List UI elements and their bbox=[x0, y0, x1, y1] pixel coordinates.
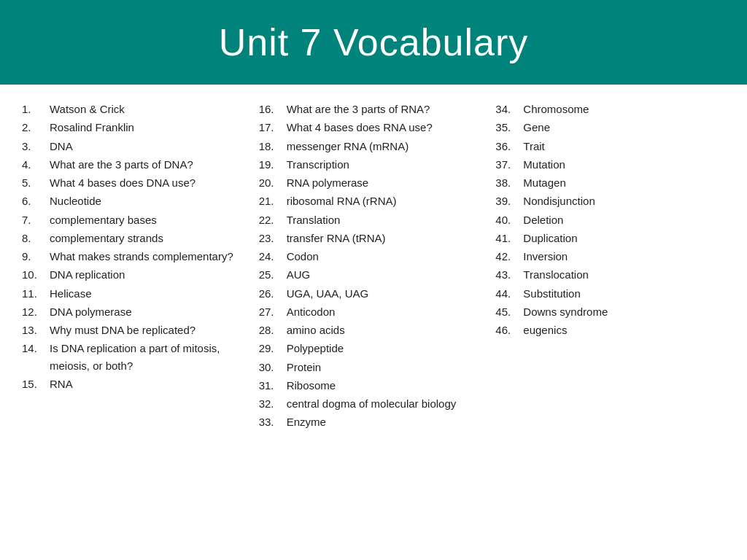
item-number: 19. bbox=[259, 156, 287, 173]
item-label: Chromosome bbox=[523, 101, 589, 117]
item-number: 34. bbox=[495, 101, 523, 117]
list-item: 16.What are the 3 parts of RNA? bbox=[259, 101, 489, 117]
item-number: 25. bbox=[259, 266, 287, 283]
item-number: 2. bbox=[22, 119, 50, 136]
item-number: 21. bbox=[259, 192, 287, 209]
item-label: Mutagen bbox=[523, 174, 565, 191]
item-number: 28. bbox=[259, 322, 287, 338]
item-label: Watson & Crick bbox=[50, 101, 125, 117]
list-item: 31.Ribosome bbox=[259, 377, 489, 394]
column-1: 1.Watson & Crick2.Rosalind Franklin3.DNA… bbox=[22, 101, 252, 432]
item-label: DNA bbox=[50, 138, 73, 155]
item-label: What makes strands complementary? bbox=[50, 248, 233, 265]
list-item: 40.Deletion bbox=[495, 211, 725, 228]
item-label: transfer RNA (tRNA) bbox=[287, 230, 386, 246]
item-number: 12. bbox=[22, 303, 50, 320]
item-number: 33. bbox=[259, 413, 287, 430]
list-item: 32.central dogma of molecular biology bbox=[259, 395, 489, 412]
item-label: central dogma of molecular biology bbox=[287, 395, 457, 412]
item-label: Deletion bbox=[523, 211, 563, 228]
item-number: 20. bbox=[259, 174, 287, 191]
list-item: 28.amino acids bbox=[259, 322, 489, 338]
item-label: Polypeptide bbox=[287, 340, 344, 357]
item-number: 42. bbox=[495, 248, 523, 265]
page-header: Unit 7 Vocabulary bbox=[0, 0, 747, 85]
content-area: 1.Watson & Crick2.Rosalind Franklin3.DNA… bbox=[0, 85, 747, 440]
item-number: 46. bbox=[495, 322, 523, 338]
item-number: 22. bbox=[259, 211, 287, 228]
item-number: 36. bbox=[495, 138, 523, 155]
list-item: 22.Translation bbox=[259, 211, 489, 228]
item-label: Protein bbox=[287, 359, 322, 376]
item-number: 23. bbox=[259, 230, 287, 246]
list-item: 9.What makes strands complementary? bbox=[22, 248, 252, 265]
list-item: 44.Substitution bbox=[495, 285, 725, 302]
list-item: 10.DNA replication bbox=[22, 266, 252, 283]
item-number: 43. bbox=[495, 266, 523, 283]
item-number: 29. bbox=[259, 340, 287, 357]
list-item: 3.DNA bbox=[22, 138, 252, 155]
item-number: 8. bbox=[22, 230, 50, 246]
column-2: 16.What are the 3 parts of RNA?17.What 4… bbox=[259, 101, 489, 432]
list-item: 14.Is DNA replication a part of mitosis,… bbox=[22, 340, 252, 374]
list-item: 38.Mutagen bbox=[495, 174, 725, 191]
item-label: Ribosome bbox=[287, 377, 336, 394]
item-label: RNA polymerase bbox=[287, 174, 369, 191]
item-number: 10. bbox=[22, 266, 50, 283]
list-item: 7.complementary bases bbox=[22, 211, 252, 228]
item-label: Why must DNA be replicated? bbox=[50, 322, 196, 338]
list-item: 15.RNA bbox=[22, 376, 252, 392]
list-item: 20.RNA polymerase bbox=[259, 174, 489, 191]
item-label: Nucleotide bbox=[50, 192, 101, 209]
item-number: 44. bbox=[495, 285, 523, 302]
list-item: 23.transfer RNA (tRNA) bbox=[259, 230, 489, 246]
item-number: 32. bbox=[259, 395, 287, 412]
item-label: Transcription bbox=[287, 156, 349, 173]
list-item: 12.DNA polymerase bbox=[22, 303, 252, 320]
item-label: Codon bbox=[287, 248, 319, 265]
item-label: Is DNA replication a part of mitosis, me… bbox=[50, 340, 252, 374]
list-item: 24.Codon bbox=[259, 248, 489, 265]
list-item: 30.Protein bbox=[259, 359, 489, 376]
list-item: 45.Downs syndrome bbox=[495, 303, 725, 320]
item-label: complementary strands bbox=[50, 230, 163, 246]
item-label: What are the 3 parts of DNA? bbox=[50, 156, 193, 173]
item-number: 24. bbox=[259, 248, 287, 265]
list-item: 39.Nondisjunction bbox=[495, 192, 725, 209]
item-number: 41. bbox=[495, 230, 523, 246]
item-label: DNA replication bbox=[50, 266, 125, 283]
item-number: 17. bbox=[259, 119, 287, 136]
item-label: complementary bases bbox=[50, 211, 157, 228]
item-label: DNA polymerase bbox=[50, 303, 132, 320]
item-number: 5. bbox=[22, 174, 50, 191]
column-3: 34.Chromosome35.Gene36.Trait37.Mutation3… bbox=[495, 101, 725, 432]
list-item: 1.Watson & Crick bbox=[22, 101, 252, 117]
list-item: 8.complementary strands bbox=[22, 230, 252, 246]
list-item: 33.Enzyme bbox=[259, 413, 489, 430]
list-item: 11.Helicase bbox=[22, 285, 252, 302]
list-item: 41.Duplication bbox=[495, 230, 725, 246]
item-number: 40. bbox=[495, 211, 523, 228]
item-label: Downs syndrome bbox=[523, 303, 608, 320]
list-item: 18.messenger RNA (mRNA) bbox=[259, 138, 489, 155]
list-item: 36.Trait bbox=[495, 138, 725, 155]
item-number: 26. bbox=[259, 285, 287, 302]
item-label: Mutation bbox=[523, 156, 565, 173]
item-number: 7. bbox=[22, 211, 50, 228]
item-label: UGA, UAA, UAG bbox=[287, 285, 369, 302]
item-number: 39. bbox=[495, 192, 523, 209]
list-item: 35.Gene bbox=[495, 119, 725, 136]
list-item: 34.Chromosome bbox=[495, 101, 725, 117]
item-number: 1. bbox=[22, 101, 50, 117]
item-label: Gene bbox=[523, 119, 550, 136]
list-item: 46.eugenics bbox=[495, 322, 725, 338]
list-item: 42.Inversion bbox=[495, 248, 725, 265]
item-label: Trait bbox=[523, 138, 544, 155]
page-title: Unit 7 Vocabulary bbox=[15, 20, 732, 64]
item-label: messenger RNA (mRNA) bbox=[287, 138, 409, 155]
item-label: Nondisjunction bbox=[523, 192, 595, 209]
item-label: Enzyme bbox=[287, 413, 326, 430]
item-number: 9. bbox=[22, 248, 50, 265]
item-number: 15. bbox=[22, 376, 50, 392]
list-item: 5.What 4 bases does DNA use? bbox=[22, 174, 252, 191]
